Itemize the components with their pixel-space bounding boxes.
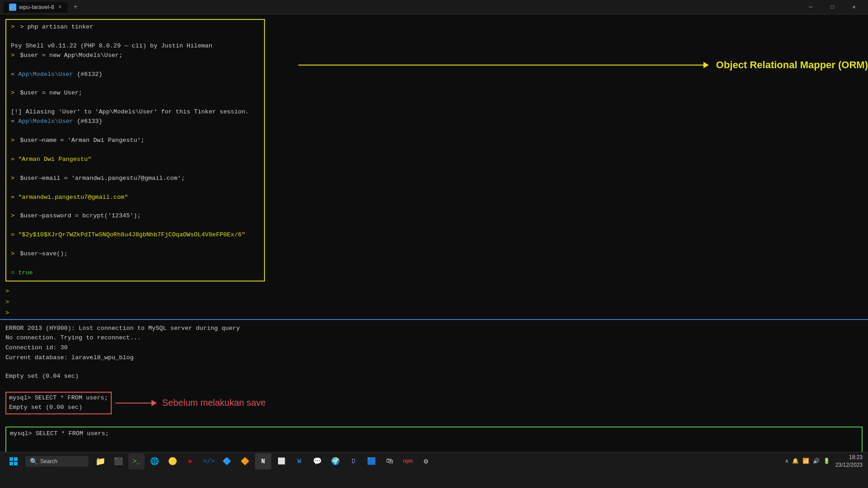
tinker-line2: Psy Shell v0.11.22 (PHP 8.0.29 — cli) by… — [11, 42, 212, 49]
tinker-line8-prompt: > $user→name = 'Arman Dwi Pangestu'; — [11, 136, 259, 145]
close-button[interactable]: ✕ — [844, 0, 864, 14]
clock-date: 23/12/2023 — [835, 461, 863, 469]
app7-icon[interactable]: 🔷 — [219, 453, 235, 469]
notion-icon[interactable]: N — [255, 453, 271, 469]
tinker-line14: $user→save(); — [20, 250, 67, 257]
window-controls: ─ □ ✕ — [800, 0, 864, 14]
tinker-line4: = App\Models\User {#6132} — [11, 71, 103, 78]
tinker-line3: $user = new App\Models\User; — [20, 52, 123, 59]
blank-prompts: > > > — [0, 286, 868, 319]
volume-icon[interactable]: 🔊 — [813, 458, 820, 465]
windows-start-button[interactable] — [5, 455, 22, 468]
discord-icon[interactable]: D — [345, 453, 362, 469]
app18-icon[interactable]: ⚙ — [418, 453, 434, 469]
chevron-up-icon[interactable]: ∧ — [785, 458, 788, 465]
orm-annotation: Object Relational Mapper (ORM) — [271, 29, 868, 101]
tinker-line8: $user→name = 'Arman Dwi Pangestu'; — [20, 137, 144, 144]
npm-icon[interactable]: npm — [400, 453, 416, 469]
orm-arrow: Object Relational Mapper (ORM) — [271, 59, 868, 71]
orm-line — [298, 65, 703, 66]
empty-set-1: Empty set (0.04 sec) — [5, 372, 863, 381]
titlebar: > wpu-laravel-8 ✕ + ─ □ ✕ — [0, 0, 868, 14]
taskbar-app-icons: 📁 ⬛ >_ 🌐 🟡 ▶ </> 🔷 🔶 N ⬜ W 💬 🌍 D 🟦 🛍 npm… — [92, 453, 785, 469]
svg-rect-1 — [14, 457, 18, 461]
orm-label: Object Relational Mapper (ORM) — [716, 59, 868, 71]
conn-id: Connection id: 30 — [5, 343, 863, 353]
tinker-line7: = App\Models\User {#6133} — [11, 118, 103, 125]
before-save-section: mysql> SELECT * FROM users; Empty set (0… — [5, 392, 863, 414]
tab-icon: > — [9, 4, 16, 11]
error-line1: ERROR 2013 (HY000): Lost connection to M… — [5, 324, 863, 333]
system-tray: ∧ 🔔 📶 🔊 🔋 18:23 23/12/2023 — [785, 454, 863, 469]
tinker-line5: $user = new User; — [20, 89, 82, 96]
app8-icon[interactable]: 🔶 — [237, 453, 253, 469]
blank-prompt-1: > — [5, 286, 863, 297]
tinker-line5-prompt: > $user = new User; — [11, 89, 259, 98]
orm-arrowhead-icon — [703, 62, 709, 68]
tinker-line10: $user→email = 'armandwi.pangestu7@gmail.… — [20, 175, 185, 182]
tinker-line6: [!] Aliasing 'User' to 'App\Models\User'… — [11, 108, 249, 115]
svg-rect-3 — [14, 462, 18, 465]
tinker-yellow-box: > > php artisan tinker Psy Shell v0.11.2… — [5, 19, 265, 282]
maximize-button[interactable]: □ — [822, 0, 843, 14]
tinker-line3-prompt: > $user = new App\Models\User; — [11, 51, 259, 61]
bottom-terminal-section: ERROR 2013 (HY000): Lost connection to M… — [0, 320, 868, 470]
tinker-cmd: > > php artisan tinker — [11, 23, 259, 32]
tinker-line14-prompt: > $user→save(); — [11, 249, 259, 259]
app10-icon[interactable]: ⬜ — [273, 453, 289, 469]
tinker-line12-prompt: > $user→password = bcrypt('12345'); — [11, 211, 259, 221]
tinker-line13: = "$2y$10$XJrQr7WZkPdITwSNQoRh8u4J8gbNhb… — [11, 231, 245, 238]
tinker-line10-prompt: > $user→email = 'armandwi.pangestu7@gmai… — [11, 174, 259, 183]
empty-set-2: Empty set (0.00 sec) — [9, 403, 108, 413]
top-terminal-section: > > php artisan tinker Psy Shell v0.11.2… — [0, 14, 868, 319]
add-tab-button[interactable]: + — [69, 1, 82, 14]
blank-prompt-2: > — [5, 297, 863, 308]
tinker-line1: > php artisan tinker — [20, 23, 93, 30]
tinker-line15: = true — [11, 269, 33, 276]
apps-icon[interactable]: ⬛ — [110, 453, 127, 469]
battery-icon[interactable]: 🔋 — [823, 458, 830, 465]
file-explorer-icon[interactable]: 📁 — [92, 453, 108, 469]
chrome-icon[interactable]: 🟡 — [165, 453, 181, 469]
vscode-icon[interactable]: </> — [201, 453, 217, 469]
before-save-label: Sebelum melakukan save — [162, 396, 266, 410]
taskbar: 🔍 Search 📁 ⬛ >_ 🌐 🟡 ▶ </> 🔷 🔶 N ⬜ W 💬 🌍 … — [0, 452, 868, 470]
edge-icon[interactable]: 🌐 — [146, 453, 163, 469]
search-label: Search — [40, 458, 57, 465]
error-message: ERROR 2013 (HY000): Lost connection to M… — [5, 324, 863, 362]
tinker-line9: = "Arman Dwi Pangestu" — [11, 156, 91, 163]
system-clock[interactable]: 18:23 23/12/2023 — [835, 454, 863, 469]
store-icon[interactable]: 🛍 — [382, 453, 398, 469]
tinker-line12: $user→password = bcrypt('12345'); — [20, 212, 141, 219]
red-arrowhead-icon — [151, 400, 157, 406]
minimize-button[interactable]: ─ — [800, 0, 821, 14]
sys-tray-icons: ∧ 🔔 📶 🔊 🔋 — [785, 458, 830, 465]
word-icon[interactable]: W — [291, 453, 307, 469]
curr-db: Current database: laravel8_wpu_blog — [5, 353, 863, 363]
mysql-after-cmd: mysql> SELECT * FROM users; — [10, 429, 858, 439]
svg-rect-0 — [9, 457, 13, 461]
taskbar-search[interactable]: 🔍 Search — [25, 456, 89, 467]
tinker-line11: = "armandwi.pangestu7@gmail.com" — [11, 194, 128, 201]
before-save-arrow: Sebelum melakukan save — [115, 396, 266, 410]
windows-logo-icon — [9, 457, 18, 465]
terminal-area: > > php artisan tinker Psy Shell v0.11.2… — [0, 14, 868, 470]
search-icon: 🔍 — [30, 458, 38, 465]
terminal-icon[interactable]: >_ — [128, 453, 145, 469]
error-line2: No connection. Trying to reconnect... — [5, 333, 863, 343]
tab-title: wpu-laravel-8 — [19, 4, 54, 10]
mysql-before-cmd: mysql> SELECT * FROM users; — [9, 394, 108, 403]
red-line — [115, 403, 151, 404]
active-tab[interactable]: > wpu-laravel-8 ✕ — [4, 2, 67, 13]
clock-time: 18:23 — [835, 454, 863, 461]
notification-icon[interactable]: 🔔 — [792, 458, 799, 465]
youtube-icon[interactable]: ▶ — [183, 453, 199, 469]
mysql-before-box: mysql> SELECT * FROM users; Empty set (0… — [5, 392, 112, 414]
wifi-icon[interactable]: 📶 — [802, 458, 809, 465]
svg-rect-2 — [9, 462, 13, 465]
tab-close-button[interactable]: ✕ — [58, 4, 62, 10]
app15-icon[interactable]: 🟦 — [363, 453, 380, 469]
whatsapp-icon[interactable]: 💬 — [309, 453, 326, 469]
browser2-icon[interactable]: 🌍 — [327, 453, 344, 469]
blank-prompt-3: > — [5, 308, 863, 319]
